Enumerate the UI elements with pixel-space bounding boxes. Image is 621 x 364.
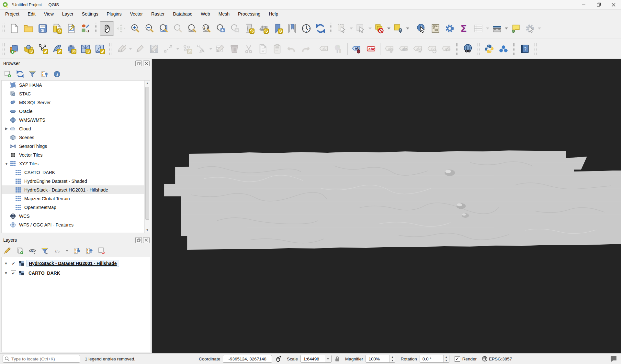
python-console-button[interactable] xyxy=(482,42,496,56)
new-map-view-button[interactable] xyxy=(242,21,256,36)
toolbar-grip[interactable] xyxy=(535,43,536,55)
locator-input[interactable] xyxy=(3,355,80,363)
change-label-button[interactable] xyxy=(439,42,454,56)
magnifier-spin[interactable]: ▲▼ xyxy=(366,355,395,363)
map-tips-button[interactable] xyxy=(509,21,523,36)
menu-view[interactable]: View xyxy=(41,10,57,17)
scroll-down-icon[interactable]: ▼ xyxy=(145,227,150,233)
open-layer-styling-button[interactable] xyxy=(3,246,12,255)
map-canvas[interactable] xyxy=(152,59,621,353)
coordinate-input[interactable] xyxy=(223,355,272,363)
highlight-pinned-labels-button[interactable] xyxy=(397,42,411,56)
expand-arrow-icon[interactable]: ▶ xyxy=(4,127,9,131)
browser-item-hydrostack-hillshade[interactable]: HydroStack - Dataset HG2001 - Hillshade xyxy=(2,185,150,194)
close-button[interactable] xyxy=(606,0,621,9)
delete-selected-button[interactable] xyxy=(227,42,242,56)
menu-vector[interactable]: Vector xyxy=(127,10,146,17)
scale-combo[interactable] xyxy=(300,355,332,363)
menu-web[interactable]: Web xyxy=(198,10,213,17)
menu-mesh[interactable]: Mesh xyxy=(215,10,233,17)
save-project-button[interactable] xyxy=(36,21,50,36)
label-options-button[interactable] xyxy=(350,42,364,56)
menu-processing[interactable]: Processing xyxy=(235,10,264,17)
select-by-value-button[interactable] xyxy=(354,21,368,36)
zoom-native-button[interactable]: 1:1 xyxy=(199,21,214,36)
attribute-table-button[interactable] xyxy=(471,21,485,36)
show-spatial-bookmarks-button[interactable] xyxy=(285,21,299,36)
layers-float-button[interactable] xyxy=(135,237,142,243)
run-feature-action-dropdown[interactable] xyxy=(537,21,542,36)
select-by-location-button[interactable] xyxy=(391,21,405,36)
move-label-button[interactable] xyxy=(411,42,425,56)
crs-globe-icon[interactable] xyxy=(482,356,488,362)
layer-row-carto-dark[interactable]: ▼ ✓ CARTO_DARK xyxy=(2,268,150,278)
style-manager-button[interactable]: a xyxy=(78,21,93,36)
layer-name[interactable]: HydroStack - Dataset HG2001 - Hillshade xyxy=(27,260,119,267)
identify-features-button[interactable]: i xyxy=(414,21,428,36)
refresh-button[interactable] xyxy=(313,21,328,36)
layer-visibility-checkbox[interactable]: ✓ xyxy=(11,261,16,266)
save-layer-edits-button[interactable] xyxy=(147,42,161,56)
select-by-location-dropdown[interactable] xyxy=(405,21,410,36)
browser-scrollbar[interactable]: ▲ ▼ xyxy=(144,81,150,233)
open-project-button[interactable] xyxy=(21,21,36,36)
add-selected-layers-button[interactable] xyxy=(3,70,12,79)
browser-item-vector-tiles[interactable]: Vector Tiles xyxy=(2,150,150,159)
browser-item-hydroengine-shaded[interactable]: HydroEngine Dataset - Shaded xyxy=(2,177,150,185)
spin-up-icon[interactable]: ▲ xyxy=(390,355,395,359)
collapse-arrow-icon[interactable]: ▼ xyxy=(4,271,9,275)
browser-item-mssql[interactable]: MS SQL Server xyxy=(2,98,150,107)
new-print-layout-button[interactable] xyxy=(50,21,64,36)
remove-layer-button[interactable] xyxy=(97,246,106,255)
scale-dropdown[interactable] xyxy=(325,355,331,362)
collapse-all-button[interactable] xyxy=(40,70,49,79)
refresh-browser-button[interactable] xyxy=(16,70,25,79)
menu-layer[interactable]: Layer xyxy=(59,10,77,17)
browser-item-oracle[interactable]: Oracle xyxy=(2,107,150,116)
zoom-next-button[interactable] xyxy=(228,21,242,36)
layer-visibility-checkbox[interactable]: ✓ xyxy=(11,270,16,276)
menu-settings[interactable]: Settings xyxy=(79,10,102,17)
locator-search[interactable] xyxy=(3,355,80,363)
browser-item-mapzen-terrain[interactable]: Mapzen Global Terrain xyxy=(2,194,150,203)
browser-item-sap-hana[interactable]: SAP HANA xyxy=(2,81,150,89)
zoom-out-button[interactable] xyxy=(142,21,157,36)
spin-down-icon[interactable]: ▼ xyxy=(390,359,395,362)
browser-properties-button[interactable]: i xyxy=(52,70,62,79)
messages-button[interactable] xyxy=(610,356,617,362)
measure-dropdown[interactable] xyxy=(504,21,509,36)
toolbar-grip[interactable] xyxy=(456,43,458,55)
filter-by-expression-button[interactable]: ε xyxy=(52,246,62,255)
digitize-with-segment-dropdown[interactable] xyxy=(175,42,180,56)
new-spatialite-layer-button[interactable] xyxy=(50,42,64,56)
new-geopackage-layer-button[interactable] xyxy=(21,42,36,56)
menu-raster[interactable]: Raster xyxy=(148,10,168,17)
render-checkbox[interactable]: ✓ xyxy=(455,356,460,362)
new-virtual-layer-button[interactable] xyxy=(78,42,93,56)
restore-button[interactable] xyxy=(591,0,606,9)
add-group-button[interactable] xyxy=(16,246,25,255)
collapse-all-layers-button[interactable] xyxy=(85,246,94,255)
lock-icon[interactable] xyxy=(335,356,340,362)
zoom-to-layer-button[interactable] xyxy=(185,21,199,36)
temporal-controller-button[interactable] xyxy=(299,21,313,36)
pan-to-selection-button[interactable] xyxy=(114,21,128,36)
toolbar-grip[interactable] xyxy=(330,23,332,34)
current-edits-dropdown[interactable] xyxy=(128,42,133,56)
digitize-with-segment-button[interactable] xyxy=(161,42,175,56)
new-mesh-layer-button[interactable] xyxy=(93,42,107,56)
layer-diagram-button[interactable] xyxy=(331,42,345,56)
collapse-arrow-icon[interactable]: ▼ xyxy=(4,261,9,265)
select-features-button[interactable] xyxy=(335,21,349,36)
data-source-manager-button[interactable] xyxy=(7,42,21,56)
layer-row-hydrostack[interactable]: ▼ ✓ HydroStack - Dataset HG2001 - Hillsh… xyxy=(2,259,150,268)
browser-item-openstreetmap[interactable]: OpenStreetMap xyxy=(2,203,150,212)
field-calculator-button[interactable] xyxy=(428,21,443,36)
extents-toggle-icon[interactable] xyxy=(275,356,282,362)
toggle-editing-button[interactable] xyxy=(133,42,147,56)
toolbar-grip[interactable] xyxy=(513,43,515,55)
paste-features-button[interactable] xyxy=(270,42,284,56)
browser-item-cloud[interactable]: ▶Cloud xyxy=(2,124,150,133)
redo-button[interactable] xyxy=(299,42,313,56)
menu-help[interactable]: Help xyxy=(265,10,281,17)
